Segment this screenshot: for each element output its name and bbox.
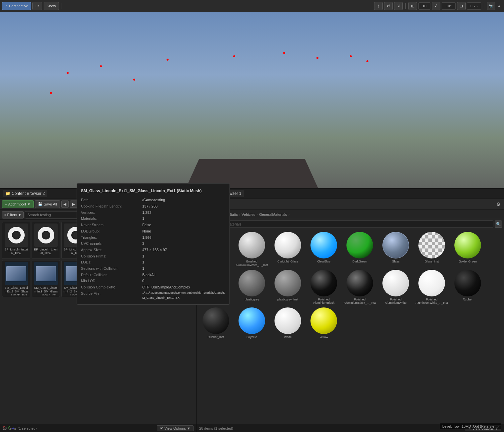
eye-icon: 👁: [160, 426, 164, 430]
mat-item[interactable]: Polished AluminiumWhite: [379, 270, 412, 305]
cb-back-btn[interactable]: ◀: [61, 201, 69, 208]
tooltip-row-uv: UVChannels: 3: [81, 240, 226, 247]
torus-icon: [8, 227, 25, 243]
cb-save-all-btn[interactable]: 💾 Save All: [35, 200, 60, 208]
asset-item[interactable]: SM_Glass_Lincoln_Ext2_SM_Glass_..._Linco…: [2, 260, 30, 297]
asset-item[interactable]: BP_Lincoln_tutorial_FLW: [2, 222, 30, 259]
mat-label: Yellow: [319, 335, 328, 339]
asset-item[interactable]: BP_Lincoln_tutorial_FRW: [32, 222, 60, 259]
rotate-icon[interactable]: ↺: [384, 2, 393, 10]
mat-item[interactable]: Skyblue: [235, 307, 268, 339]
add-icon: +: [5, 202, 7, 206]
mat-label: ClearBlue: [317, 260, 330, 263]
mat-item[interactable]: GoldenGreen: [451, 232, 484, 267]
tooltip-row-min-lod: Min LOD: 0: [81, 278, 226, 284]
mesh-icon: [6, 266, 26, 281]
scale-snap-icon[interactable]: ⊡: [457, 2, 466, 10]
tooltip-row-source: Source File: ../../../../Documents/Docs/…: [81, 290, 226, 301]
mat-item[interactable]: Glass_Inst: [415, 232, 448, 267]
tooltip-row-sections: Sections with Collision: 1: [81, 265, 226, 272]
transform-icon[interactable]: ⊹: [374, 2, 383, 10]
mat-label: Polished AluminiumBlack_..._Inst: [343, 298, 376, 305]
mat-item[interactable]: DarkGreen: [343, 232, 376, 267]
mat-thumbnail: [454, 270, 481, 296]
mat-item[interactable]: Polished AluminiumBlack_..._Inst: [343, 270, 376, 305]
breadcrumb-item-static[interactable]: Static: [229, 213, 238, 216]
add-import-btn[interactable]: + Add/Import ▼: [2, 200, 34, 208]
tooltip-row-path: Path: /Game/testing: [81, 197, 226, 203]
mat-thumbnail: [346, 232, 373, 258]
asset-thumbnail: [5, 223, 28, 247]
filter-icon: ≡: [4, 213, 6, 217]
snap-value[interactable]: 10: [418, 2, 430, 10]
snap-icon[interactable]: ⊞: [408, 2, 417, 10]
mat-thumbnail: [274, 307, 301, 334]
camera-speed-icon[interactable]: 📷: [487, 2, 495, 10]
mat-thumbnail: [454, 232, 481, 258]
scale-icon[interactable]: ⇲: [394, 2, 403, 10]
gizmo-dot: [67, 72, 69, 74]
cb-save-label: Save All: [44, 202, 57, 206]
angle-value[interactable]: 10°: [442, 2, 456, 10]
sep1: [62, 3, 62, 9]
lit-btn[interactable]: Lit: [32, 2, 42, 10]
cb-forward-btn[interactable]: ▶: [70, 201, 77, 208]
mat-item[interactable]: plasticgrey_Inst: [271, 270, 304, 305]
material-grid: Brushed AluminiumWhite Brushed Aluminium…: [197, 229, 504, 424]
mat-label: Glass: [392, 260, 399, 263]
mat-label: Glass_Inst: [425, 260, 439, 263]
mat-item[interactable]: Polished AluminiumBlack: [307, 270, 340, 305]
mat-thumbnail: [274, 232, 301, 258]
scale-snap-value[interactable]: 0.25: [467, 2, 481, 10]
mat-item[interactable]: Brushed AluminiumWhite_..._Inst: [235, 232, 268, 267]
dropdown-arrow: ▼: [187, 426, 191, 430]
tooltip-row-approx: Approx Size: 477 × 165 × 97: [81, 247, 226, 253]
show-btn[interactable]: Show: [44, 2, 59, 10]
breadcrumb-item-vehicles[interactable]: Vehicles: [242, 213, 255, 216]
axis-indicator: X Y Z: [3, 425, 15, 429]
mat-label: Skyblue: [247, 335, 257, 339]
mat-item[interactable]: Rubber_Inst: [199, 307, 233, 339]
filters-btn[interactable]: ≡ Filters ▼: [2, 211, 24, 218]
mat-thumbnail: [274, 270, 301, 296]
cbr-search-row: 🔍: [197, 219, 504, 229]
asset-label: SM_Glass_Lincoln_Int1_SM_Glass_..._Linco…: [33, 286, 58, 295]
cb-view-options-btn[interactable]: 👁 View Options ▼: [157, 425, 194, 431]
asset-label: BP_Lincoln_tutorial_FLW: [4, 248, 29, 255]
mat-item[interactable]: Yellow: [307, 307, 340, 339]
top-toolbar: ✓ Perspective Lit Show ⊹ ↺ ⇲ ⊞ 10 ∠ 10° …: [0, 0, 504, 12]
tooltip-row-cooking: Cooking Filepath Length: 137 / 260: [81, 203, 226, 210]
mat-thumbnail: [239, 307, 265, 334]
tooltip-row-lod-group: LODGroup: None: [81, 228, 226, 234]
asset-item[interactable]: SM_Glass_Lincoln_Int1_SM_Glass_..._Linco…: [32, 260, 60, 297]
mat-label: Brushed AluminiumWhite_..._Inst: [235, 260, 268, 267]
breadcrumb-sep: ›: [239, 213, 241, 216]
mat-item[interactable]: White: [271, 307, 304, 339]
cbr-search-icon[interactable]: 🔍: [495, 220, 502, 228]
mat-thumbnail: [310, 307, 337, 334]
save-icon: 💾: [38, 202, 43, 206]
gizmo-dot: [350, 55, 352, 57]
mat-item[interactable]: CarLight_Glass: [271, 232, 304, 267]
cb-status-bar: 16 items (1 selected) 👁 View Options ▼: [0, 424, 196, 432]
breadcrumb-item-general[interactable]: GeneralMaterials: [259, 213, 287, 216]
mat-item[interactable]: plasticgrey: [235, 270, 268, 305]
mat-item[interactable]: Glass: [379, 232, 412, 267]
mat-label: GoldenGreen: [459, 260, 477, 263]
gizmo-dot: [366, 60, 368, 62]
mat-item[interactable]: Rubber: [451, 270, 484, 305]
angle-icon[interactable]: ∠: [432, 2, 440, 10]
mat-thumbnail: [239, 232, 265, 258]
mat-label: Polished AluminiumWhite: [379, 298, 412, 305]
cb-tab-label: Content Browser 2: [12, 191, 45, 196]
cbr-settings-btn[interactable]: ⚙: [495, 201, 502, 208]
perspective-btn[interactable]: ✓ Perspective: [2, 2, 31, 10]
mat-thumbnail: [310, 270, 337, 296]
sep2: [405, 3, 406, 9]
cb-tab[interactable]: 📁 Content Browser 2: [3, 190, 47, 197]
tooltip-row-materials: Materials: 1: [81, 216, 226, 222]
mat-label: Polished AluminiumBlack: [307, 298, 340, 305]
cbr-search-input[interactable]: [199, 220, 493, 228]
mat-item[interactable]: ClearBlue: [307, 232, 340, 267]
mat-item[interactable]: Polished AluminiumWhite_..._Inst: [415, 270, 448, 305]
